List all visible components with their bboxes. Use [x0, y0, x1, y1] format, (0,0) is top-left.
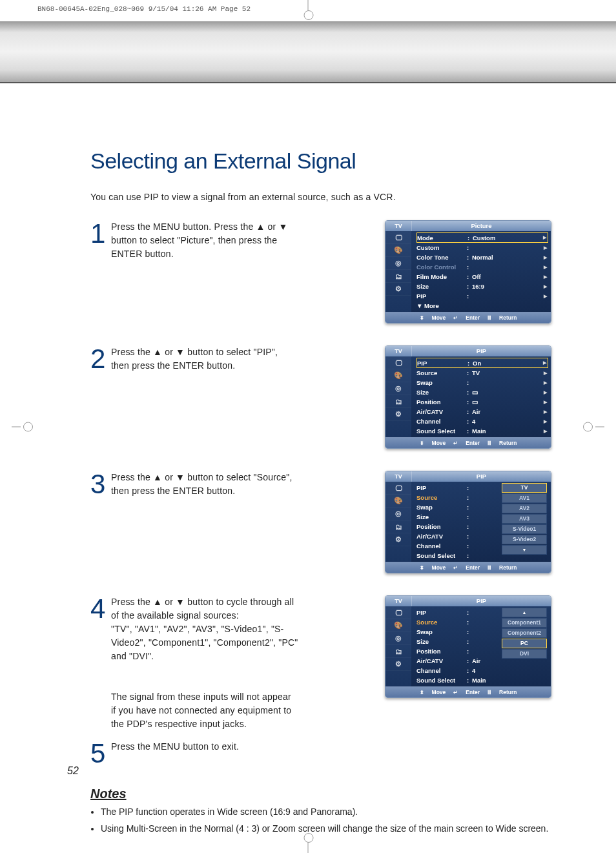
- crop-mark-bottom: [308, 843, 309, 853]
- osd-popup-option: PC: [502, 639, 547, 648]
- osd-row-value: Air: [472, 408, 540, 415]
- osd-row-colon: :: [467, 234, 471, 242]
- footer-enter: Enter: [466, 689, 480, 695]
- osd-row-value: ▭: [472, 389, 540, 396]
- arrow-right-icon: ▶: [541, 235, 546, 240]
- osd-title: PIP: [412, 471, 551, 482]
- osd-menu-row: Color Tone:Normal▶: [416, 252, 548, 262]
- notes-list: The PIP function operates in Wide screen…: [90, 805, 551, 836]
- osd-row-colon: :: [467, 628, 471, 635]
- print-header: BN68-00645A-02Eng_028~069 9/15/04 11:26 …: [37, 5, 251, 13]
- osd-row-colon: :: [467, 369, 471, 376]
- osd-row-label: Sound Select: [416, 427, 466, 435]
- osd-sidebar-icon: ◎: [385, 382, 411, 395]
- osd-sidebar-icon: ◎: [385, 632, 411, 645]
- step-text: Press the ▲ or ▼ button to select "PIP",…: [111, 345, 298, 373]
- osd-popup-option: TV: [502, 483, 547, 493]
- crop-mark-left: [12, 422, 33, 431]
- osd-popup-list: ▲Component1Component2PCDVI: [502, 608, 547, 659]
- osd-row-colon: :: [467, 542, 471, 550]
- footer-return: Return: [499, 440, 517, 446]
- osd-row-colon: :: [467, 484, 471, 491]
- osd-sidebar-icon: 🎨: [385, 619, 411, 632]
- enter-icon: ↵: [453, 565, 458, 571]
- osd-row-value: ▭: [472, 398, 540, 406]
- osd-row-value: TV: [472, 369, 540, 376]
- osd-row-label: Swap: [416, 504, 466, 511]
- osd-popup-option: Component1: [502, 618, 547, 628]
- osd-menu-row: Channel:4▶: [416, 416, 548, 426]
- osd-menu-row: Air/CATV:Air▶: [416, 407, 548, 416]
- osd-row-label: Position: [416, 648, 466, 655]
- crop-mark-top: [308, 0, 309, 10]
- osd-sidebar: 🖵🎨◎🗂⚙: [385, 606, 411, 686]
- osd-menu: PIP:Source:Swap:Size:Position:Air/CATV:C…: [411, 482, 551, 562]
- osd-footer: ⬍Move↵EnterⅢReturn: [385, 437, 551, 448]
- osd-row-colon: :: [467, 533, 471, 540]
- osd-popup-option: S-Video1: [502, 524, 547, 534]
- osd-row-label: Sound Select: [416, 677, 466, 684]
- osd-footer: ⬍Move↵EnterⅢReturn: [385, 562, 551, 573]
- osd-panel: TVPIP🖵🎨◎🗂⚙PIP:Source:Swap:Size:Position:…: [385, 471, 551, 573]
- osd-menu: Mode:Custom▶Custom:▶Color Tone:Normal▶Co…: [411, 231, 551, 312]
- arrow-right-icon: ▶: [542, 429, 547, 434]
- osd-row-colon: :: [467, 283, 471, 290]
- osd-row-label: Size: [416, 638, 466, 645]
- osd-menu: PIP:Source:Swap:Size:Position:Air/CATV:A…: [411, 606, 551, 686]
- osd-popup-option: AV3: [502, 514, 547, 524]
- osd-menu-row: Sound Select:Main: [416, 675, 548, 685]
- step-number: 5: [90, 740, 105, 767]
- osd-row-label: Size: [416, 283, 466, 290]
- osd-tv-label: TV: [385, 346, 412, 356]
- osd-popup-list: TVAV1AV2AV3S-Video1S-Video2▼: [502, 483, 547, 555]
- osd-popup-scroll-icon: ▼: [502, 545, 547, 555]
- osd-row-label: Channel: [416, 542, 466, 550]
- osd-menu: PIP:On▶Source:TV▶Swap:▶Size:▭▶Position:▭…: [411, 356, 551, 437]
- osd-popup-option: AV2: [502, 504, 547, 513]
- osd-row-label: Swap: [416, 628, 466, 635]
- osd-row-label: Custom: [416, 244, 466, 251]
- osd-popup-option: S-Video2: [502, 535, 547, 544]
- osd-menu-row: Position:▭▶: [416, 397, 548, 407]
- move-icon: ⬍: [420, 315, 424, 321]
- osd-menu-row: Source:TV▶: [416, 368, 548, 378]
- osd-row-label: Source: [416, 494, 466, 501]
- osd-row-value: On: [473, 360, 540, 367]
- move-icon: ⬍: [420, 690, 424, 695]
- footer-move: Move: [432, 440, 446, 446]
- osd-popup-option: DVI: [502, 649, 547, 659]
- arrow-right-icon: ▶: [542, 419, 547, 424]
- osd-row-value: Normal: [472, 254, 540, 261]
- osd-title: PIP: [412, 346, 551, 356]
- osd-row-label: Channel: [416, 418, 466, 425]
- osd-sidebar-icon: 🖵: [385, 231, 411, 244]
- osd-tv-label: TV: [385, 221, 412, 231]
- osd-row-value: 16:9: [472, 283, 540, 290]
- osd-footer: ⬍Move↵EnterⅢReturn: [385, 312, 551, 323]
- osd-menu-row: Color Control:▶: [416, 262, 548, 272]
- return-icon: Ⅲ: [488, 315, 491, 321]
- osd-row-label: PIP: [416, 293, 466, 300]
- osd-menu-row: PIP:On▶: [416, 358, 548, 368]
- move-icon: ⬍: [420, 565, 424, 571]
- osd-row-label: Film Mode: [416, 273, 466, 280]
- osd-sidebar: 🖵🎨◎🗂⚙: [385, 356, 411, 437]
- osd-row-label: Source: [416, 619, 466, 626]
- intro-text: You can use PIP to view a signal from an…: [90, 192, 551, 202]
- osd-row-value: Main: [472, 677, 540, 684]
- footer-move: Move: [432, 564, 446, 571]
- osd-row-label: Color Tone: [416, 254, 466, 261]
- osd-row-label: Source: [416, 369, 466, 376]
- osd-row-label: PIP: [417, 360, 466, 367]
- osd-row-label: Channel: [416, 667, 466, 674]
- osd-row-value: 4: [472, 418, 540, 425]
- step-number: 2: [90, 345, 105, 373]
- osd-row-colon: :: [467, 254, 471, 261]
- osd-menu-row: ▼ More: [416, 301, 548, 311]
- osd-title: Picture: [412, 221, 551, 231]
- footer-enter: Enter: [466, 564, 480, 571]
- osd-row-colon: :: [467, 552, 471, 559]
- osd-sidebar-icon: ◎: [385, 257, 411, 270]
- osd-sidebar-icon: 🎨: [385, 369, 411, 382]
- osd-row-colon: :: [467, 427, 471, 435]
